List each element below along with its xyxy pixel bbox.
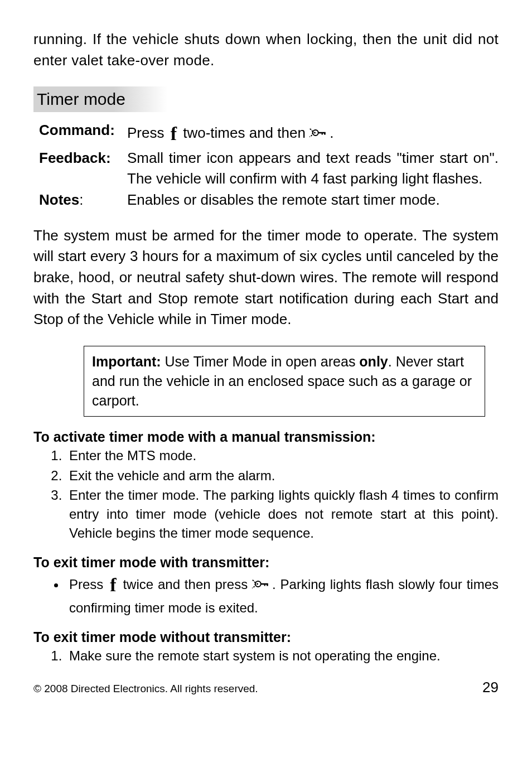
list-item: Press f twice and then press . Parking l… (66, 572, 499, 617)
important-label: Important: (92, 354, 161, 369)
page: running. If the vehicle shuts down when … (0, 0, 532, 713)
steps-exit-without-transmitter: Make sure the remote start system is not… (33, 646, 499, 665)
bullets-exit-with-transmitter: Press f twice and then press . Parking l… (33, 572, 499, 617)
important-callout: Important: Use Timer Mode in open areas … (84, 346, 485, 417)
subheading-exit-with-transmitter: To exit timer mode with transmitter: (33, 554, 499, 571)
def-value-command: Press f two-times and then . (127, 120, 499, 147)
page-number: 29 (482, 679, 499, 696)
list-item: Exit the vehicle and arm the alarm. (66, 466, 499, 485)
def-label-command: Command: (39, 120, 127, 147)
page-footer: © 2008 Directed Electronics. All rights … (33, 679, 499, 696)
def-row-command: Command: Press f two-times and then . (39, 120, 499, 147)
section-heading-timer-mode: Timer mode (33, 86, 167, 112)
def-label-feedback: Feedback: (39, 148, 127, 190)
important-only: only (359, 354, 388, 369)
list-item: Enter the MTS mode. (66, 446, 499, 465)
body-paragraph: The system must be armed for the timer m… (33, 225, 499, 330)
f-icon: f (168, 120, 179, 147)
list-item: Make sure the remote start system is not… (66, 646, 499, 665)
key-icon (252, 577, 272, 596)
def-value-feedback: Small timer icon appears and text reads … (127, 148, 499, 190)
subheading-activate-manual: To activate timer mode with a manual tra… (33, 429, 499, 445)
steps-activate-manual: Enter the MTS mode. Exit the vehicle and… (33, 446, 499, 542)
def-value-notes: Enables or disables the remote start tim… (127, 190, 499, 211)
def-label-notes: Notes: (39, 190, 127, 211)
definition-list: Command: Press f two-times and then . Fe… (39, 120, 499, 210)
intro-paragraph: running. If the vehicle shuts down when … (33, 29, 499, 71)
key-icon (309, 125, 330, 146)
f-icon: f (108, 572, 118, 598)
def-row-feedback: Feedback: Small timer icon appears and t… (39, 148, 499, 190)
def-row-notes: Notes: Enables or disables the remote st… (39, 190, 499, 211)
copyright-text: © 2008 Directed Electronics. All rights … (33, 683, 258, 695)
subheading-exit-without-transmitter: To exit timer mode without transmitter: (33, 629, 499, 645)
list-item: Enter the timer mode. The parking lights… (66, 486, 499, 542)
